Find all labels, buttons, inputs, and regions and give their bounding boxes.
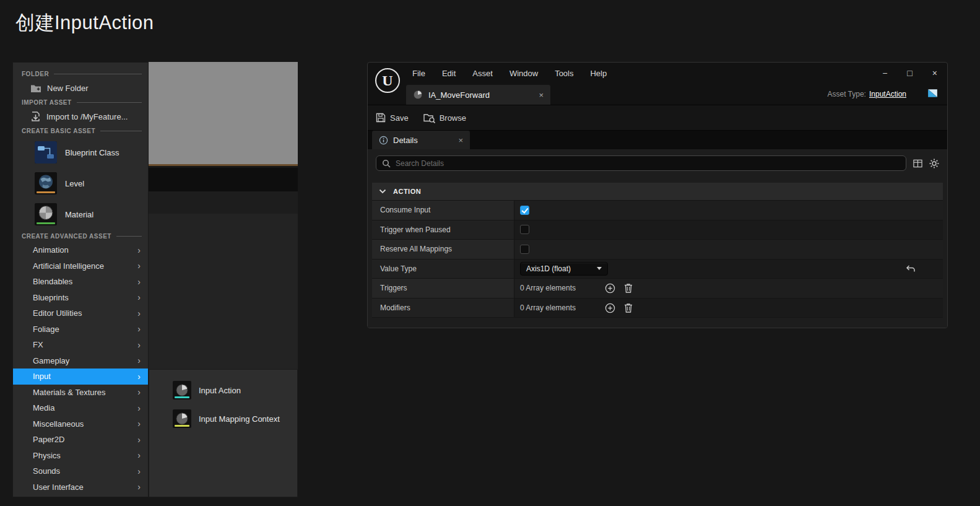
menu-item-animation[interactable]: Animation ›	[13, 242, 148, 258]
section-label-folder: FOLDER	[13, 68, 148, 80]
save-button[interactable]: Save	[376, 113, 409, 123]
menu-item-fx[interactable]: FX ›	[13, 337, 148, 353]
input-submenu: Input Action Input Mapping Context	[149, 369, 298, 497]
property-label: Consume Input	[380, 206, 430, 214]
menu-tools[interactable]: Tools	[555, 69, 573, 78]
chevron-right-icon: ›	[137, 388, 141, 396]
value-type-dropdown[interactable]: Axis1D (float)	[520, 262, 608, 276]
reset-to-default-icon[interactable]	[906, 264, 916, 273]
property-label: Trigger when Paused	[380, 225, 451, 234]
asset-type-icon	[927, 88, 939, 98]
window-controls: − □ ×	[882, 63, 937, 84]
minimize-button[interactable]: −	[882, 68, 887, 78]
editor-menubar: File Edit Asset Window Tools Help	[412, 63, 607, 84]
details-search-row	[368, 155, 947, 172]
tab-label: IA_MoveForward	[428, 90, 490, 100]
search-box[interactable]	[376, 155, 906, 171]
submenu-item-input-mapping-context[interactable]: Input Mapping Context	[149, 404, 297, 433]
menu-item-editor-utilities[interactable]: Editor Utilities ›	[13, 305, 148, 321]
menu-item-label: New Folder	[47, 84, 88, 93]
submenu-item-label: Input Action	[199, 386, 241, 395]
menu-item-level[interactable]: Level	[13, 168, 148, 199]
section-label-create-basic-asset: CREATE BASIC ASSET	[13, 124, 148, 137]
level-icon	[35, 172, 57, 194]
display-settings-icon[interactable]	[913, 159, 922, 168]
menu-item-physics[interactable]: Physics ›	[13, 448, 148, 464]
chevron-down-icon	[379, 189, 386, 194]
menu-item-material[interactable]: Material	[13, 199, 148, 230]
array-count: 0 Array elements	[520, 284, 576, 292]
menu-item-blendables[interactable]: Blendables ›	[13, 274, 148, 290]
panel-tab-strip: Details ×	[368, 131, 947, 149]
property-row-trigger-when-paused: Trigger when Paused	[372, 220, 943, 240]
screenshot-root: 创建InputAction FOLDER New Folder IMPORT A…	[0, 0, 980, 506]
browse-icon	[423, 113, 435, 123]
menu-item-import[interactable]: Import to /MyFeature...	[13, 108, 148, 124]
chevron-right-icon: ›	[137, 261, 141, 270]
reserve-all-mappings-checkbox[interactable]	[520, 245, 529, 254]
chevron-right-icon: ›	[137, 435, 141, 444]
save-icon	[376, 113, 386, 123]
content-browser-backdrop	[149, 191, 298, 214]
add-element-button[interactable]	[605, 283, 615, 294]
chevron-right-icon: ›	[137, 372, 141, 381]
page-title: 创建InputAction	[15, 10, 154, 36]
menu-item-label: Import to /MyFeature...	[46, 112, 128, 121]
menu-item-miscellaneous[interactable]: Miscellaneous ›	[13, 416, 148, 432]
material-icon	[35, 203, 57, 225]
search-details-input[interactable]	[396, 159, 900, 168]
menu-item-new-folder[interactable]: New Folder	[13, 80, 148, 96]
menu-item-blueprint-class[interactable]: Blueprint Class	[13, 137, 148, 168]
close-tab-icon[interactable]: ×	[539, 90, 544, 100]
chevron-right-icon: ›	[137, 482, 141, 491]
input-action-icon	[413, 90, 423, 100]
menu-help[interactable]: Help	[590, 69, 607, 78]
category-action[interactable]: ACTION	[372, 183, 943, 201]
input-mapping-context-icon	[173, 409, 191, 428]
menu-item-materials-textures[interactable]: Materials & Textures ›	[13, 385, 148, 401]
browse-button[interactable]: Browse	[423, 113, 466, 123]
property-label: Reserve All Mappings	[380, 245, 452, 253]
asset-type-indicator: Asset Type: InputAction	[827, 90, 906, 98]
tab-ia-moveforward[interactable]: IA_MoveForward ×	[406, 85, 550, 105]
menu-item-foliage[interactable]: Foliage ›	[13, 321, 148, 338]
menu-item-blueprints[interactable]: Blueprints ›	[13, 290, 148, 306]
chevron-right-icon: ›	[137, 341, 141, 349]
menu-edit[interactable]: Edit	[442, 69, 456, 78]
chevron-right-icon: ›	[137, 309, 141, 318]
menu-window[interactable]: Window	[510, 69, 538, 78]
menu-item-user-interface[interactable]: User Interface ›	[13, 479, 148, 495]
chevron-right-icon: ›	[137, 293, 141, 302]
trigger-when-paused-checkbox[interactable]	[520, 225, 529, 234]
editor-toolbar: Save Browse	[368, 105, 947, 131]
close-tab-icon[interactable]: ×	[458, 136, 463, 145]
menu-file[interactable]: File	[412, 69, 425, 78]
close-button[interactable]: ×	[932, 68, 937, 78]
menu-item-paper2d[interactable]: Paper2D ›	[13, 432, 148, 448]
asset-tab-row: IA_MoveForward × Asset Type: InputAction	[368, 84, 947, 105]
input-action-icon	[173, 381, 191, 399]
chevron-down-icon	[597, 267, 602, 270]
menu-item-artificial-intelligence[interactable]: Artificial Intelligence ›	[13, 258, 148, 274]
menu-item-input[interactable]: Input ›	[13, 369, 148, 385]
array-count: 0 Array elements	[520, 303, 576, 312]
gear-icon[interactable]	[929, 159, 939, 168]
menu-asset[interactable]: Asset	[472, 69, 493, 78]
submenu-item-input-action[interactable]: Input Action	[149, 376, 297, 404]
property-row-value-type: Value Type Axis1D (float)	[372, 260, 943, 279]
new-folder-icon	[30, 84, 41, 93]
menu-item-media[interactable]: Media ›	[13, 400, 148, 416]
tab-details[interactable]: Details ×	[372, 131, 470, 149]
maximize-button[interactable]: □	[907, 68, 912, 78]
add-element-button[interactable]	[605, 303, 615, 313]
menu-item-sounds[interactable]: Sounds ›	[13, 463, 148, 479]
asset-type-value[interactable]: InputAction	[869, 90, 906, 98]
menu-item-label: Material	[65, 210, 93, 219]
menu-item-gameplay[interactable]: Gameplay ›	[13, 353, 148, 369]
asset-type-label: Asset Type:	[827, 90, 865, 98]
chevron-right-icon: ›	[137, 325, 141, 333]
clear-array-button[interactable]	[624, 283, 633, 293]
consume-input-checkbox[interactable]	[520, 206, 529, 215]
clear-array-button[interactable]	[624, 303, 633, 313]
chevron-right-icon: ›	[137, 246, 141, 255]
